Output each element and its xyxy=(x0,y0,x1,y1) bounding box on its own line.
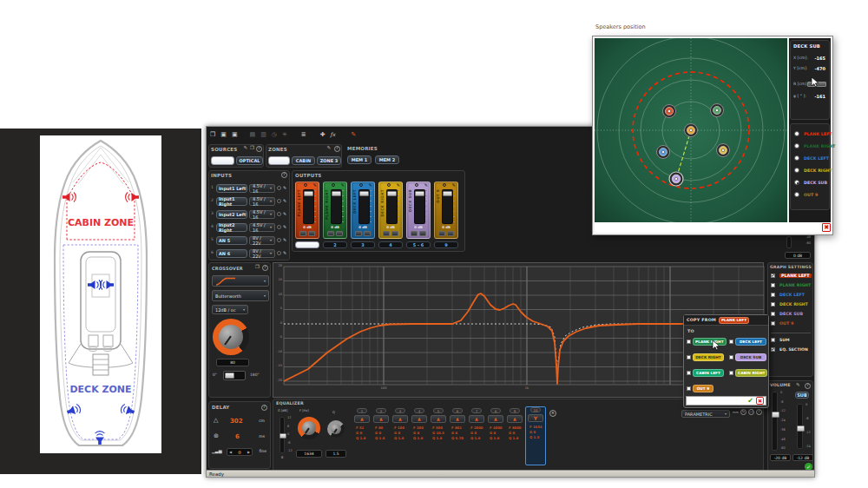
source-analog-button[interactable] xyxy=(211,156,234,165)
mute-led[interactable] xyxy=(415,183,418,187)
output-fader[interactable] xyxy=(443,191,452,196)
eq-band-6[interactable]: 6∧ F 801G 6Q 5.70 xyxy=(449,408,466,464)
sub-edit-icon[interactable]: ✎ xyxy=(796,383,800,388)
function-icon[interactable]: ƒx xyxy=(331,132,336,137)
eq-band-4[interactable]: 4∧ F 200G 0Q 1.6 xyxy=(411,408,428,464)
output-select-3[interactable]: 3 xyxy=(351,241,375,248)
zone-deck-button[interactable] xyxy=(268,156,290,165)
mute-led[interactable] xyxy=(332,183,335,187)
bell-filter-icon[interactable]: ∧ xyxy=(507,415,523,423)
copy-target-out-9[interactable]: OUT 9 xyxy=(687,385,713,392)
input-range-select[interactable]: 4.5V / 16▾ xyxy=(249,210,275,219)
speaker-radio-out-9[interactable]: OUT 9 xyxy=(794,192,818,197)
crossover-type-select[interactable]: Butterworth▾ xyxy=(212,290,269,301)
volume-main-fader[interactable] xyxy=(772,392,778,451)
zone-cabin-button[interactable]: CABIN xyxy=(292,156,315,165)
speaker-radio-deck-left[interactable]: DECK LEFT xyxy=(794,155,829,161)
strip-edit-icon[interactable]: ✎ xyxy=(369,182,372,188)
eq-band-5[interactable]: 5∧ F 500G 10.5Q 1.6 xyxy=(430,408,447,464)
output-strip-plank-left[interactable]: PLANK LEFT ✎ 0 dB xyxy=(295,181,319,239)
solo-button[interactable] xyxy=(336,231,343,236)
copy-target-cabin-left[interactable]: CABIN LEFT xyxy=(687,369,724,377)
copy-cancel-icon[interactable]: ✖ xyxy=(756,397,764,405)
speaker-radar[interactable] xyxy=(595,38,787,222)
mute-button[interactable] xyxy=(438,231,445,236)
input-range-select[interactable]: 8V / 22V▾ xyxy=(249,249,275,258)
settings-icon[interactable]: ✳ xyxy=(282,132,287,138)
delay-bars-icon[interactable]: ▁▃▅ xyxy=(212,449,222,453)
speaker-radio-plank-right[interactable]: PLANK RIGHT xyxy=(794,143,835,148)
copy-target-cabin-right[interactable]: CABIN RIGHT xyxy=(729,369,767,377)
speaker-dot-plank-right[interactable] xyxy=(711,104,724,117)
mute-led[interactable] xyxy=(304,183,307,187)
delay-fine-stepper[interactable]: ◀ 0 ▶ xyxy=(227,448,253,456)
sources-help-icon[interactable]: ? xyxy=(256,146,262,152)
memory-bank-icon[interactable]: ≣ xyxy=(301,132,306,138)
eq-freq-value[interactable]: 1634 xyxy=(296,450,322,458)
gs-deck-left[interactable]: DECK LEFT xyxy=(771,293,805,297)
speaker-radio-deck-sub[interactable]: DECK SUB xyxy=(794,180,827,185)
speaker-dot-deck-left[interactable] xyxy=(657,146,670,159)
eq-band-2[interactable]: 2∧ F 80G 0Q 1.6 xyxy=(372,408,390,464)
strip-edit-icon[interactable]: ✎ xyxy=(397,182,400,188)
bell-filter-icon[interactable]: ∧ xyxy=(450,415,465,423)
input-name-button[interactable]: Input2 Left xyxy=(216,210,247,219)
eq-band-3[interactable]: 3∧ F 100G 0Q 1.6 xyxy=(391,408,409,464)
gs-sum[interactable]: SUM xyxy=(771,338,790,342)
eq-band-10-selected[interactable]: 10Y F 1634G 0Q 1.5 xyxy=(525,406,546,465)
output-select-5-6[interactable]: 5 - 6 xyxy=(406,241,431,248)
eq-band-9[interactable]: 9∧ F 8000G 0Q 1.6 xyxy=(506,408,523,464)
output-select-2[interactable]: 2 xyxy=(323,241,347,248)
output-strip-deck-left[interactable]: DECK LEFT ✎ 0 dB xyxy=(351,181,375,239)
gs-eq-section[interactable]: EQ. SECTION xyxy=(771,347,808,352)
save-as-icon[interactable]: ▣ xyxy=(232,132,238,138)
solo-button[interactable] xyxy=(391,231,398,236)
crossover-freq-knob[interactable] xyxy=(213,319,249,355)
bell-filter-icon[interactable]: ∧ xyxy=(392,415,408,423)
strip-edit-icon[interactable]: ✎ xyxy=(313,182,317,188)
history-icon[interactable]: ◷ xyxy=(272,132,277,138)
input-edit-icon[interactable]: ✎ xyxy=(283,251,286,255)
output-strip-out-9[interactable]: OUT 9 ✎ 0 dB xyxy=(434,181,458,239)
input-name-button[interactable]: AN 6 xyxy=(216,249,247,258)
edit-pencil-icon[interactable]: ✎ xyxy=(351,132,356,138)
close-window-icon[interactable]: ✖ xyxy=(822,223,831,232)
eq-freq-knob[interactable] xyxy=(298,417,320,439)
crossover-slope-select[interactable]: 12dB / oc▾ xyxy=(212,305,248,314)
copy-target-deck-sub[interactable]: DECK SUB xyxy=(729,353,766,361)
phase-toggle[interactable] xyxy=(223,371,246,380)
zones-help-icon[interactable]: ? xyxy=(334,146,340,152)
gs-out-9[interactable]: OUT 9 xyxy=(771,321,793,326)
input-name-button[interactable]: Input1 Left xyxy=(216,184,247,193)
bell-filter-icon[interactable]: ∧ xyxy=(411,415,427,423)
crossover-freq-value[interactable]: 80 xyxy=(216,359,249,366)
input-edit-icon[interactable]: ✎ xyxy=(283,225,286,229)
input-range-select[interactable]: 8V / 22V▾ xyxy=(249,236,275,245)
eq-mode-select[interactable]: PARAMETRIC▾ xyxy=(681,410,730,418)
output-strip-deck-right[interactable]: DECK RIGHT ✎ 0 dB xyxy=(378,181,403,239)
input-edit-icon[interactable]: ✎ xyxy=(283,212,286,216)
gs-deck-right[interactable]: DECK RIGHT xyxy=(771,302,808,307)
output-select-9[interactable]: 9 xyxy=(434,241,458,248)
output-strip-plank-right[interactable]: PLANK RIGHT ✎ 0 dB xyxy=(323,181,347,239)
output-select-1[interactable] xyxy=(295,241,319,248)
bell-filter-icon[interactable]: ∧ xyxy=(431,415,446,423)
strip-edit-icon[interactable]: ✎ xyxy=(452,182,456,188)
import-icon[interactable]: ▤ xyxy=(250,132,256,138)
output-select-4[interactable]: 4 xyxy=(378,241,403,248)
eq-q-value[interactable]: 1.5 xyxy=(326,450,346,458)
copy-confirm-icon[interactable]: ✔ xyxy=(747,397,753,405)
eq-band-bypass-icon[interactable]: ✕ xyxy=(549,410,556,417)
output-strip-deck-sub[interactable]: DECK SUB ✎ 0 dB xyxy=(406,181,431,239)
input-edit-icon[interactable]: ✎ xyxy=(283,186,286,190)
eq-help-icon[interactable]: ? xyxy=(756,409,762,415)
eq-copy-icon[interactable]: ❐ xyxy=(748,409,754,415)
gs-plank-left[interactable]: PLANK LEFT xyxy=(771,274,812,278)
solo-button[interactable] xyxy=(419,231,426,236)
strip-edit-icon[interactable]: ✎ xyxy=(341,182,345,188)
strip-edit-icon[interactable]: ✎ xyxy=(424,182,428,188)
input-range-select[interactable]: 4.5V / 16▾ xyxy=(249,184,275,193)
crossover-shape-select[interactable]: ▾ xyxy=(212,275,269,287)
eq-gain-slider[interactable] xyxy=(279,417,285,453)
output-fader[interactable] xyxy=(332,191,341,196)
